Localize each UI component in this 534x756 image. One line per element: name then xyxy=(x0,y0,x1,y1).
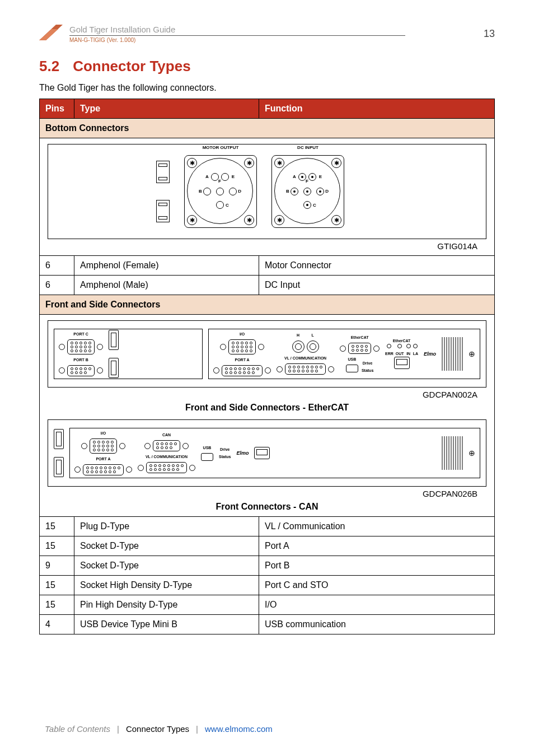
motor-output-connector-icon: ✱✱✱✱ A E B F D C xyxy=(184,155,257,228)
table-row: 15Socket D-TypePort A xyxy=(40,536,495,556)
table-row: 4USB Device Type Mini BUSB communication xyxy=(40,615,495,634)
group-header-front: Front and Side Connectors xyxy=(40,295,495,315)
section-number: 5.2 xyxy=(39,58,59,75)
diagram-caption: Front and Side Connectors - EtherCAT xyxy=(48,400,486,414)
jack-icon xyxy=(54,457,64,477)
dsub-icon xyxy=(340,343,380,354)
dsub-icon xyxy=(81,438,125,454)
diagram-id: GTIG014A xyxy=(48,239,486,252)
diagram-id: GDCPAN026B xyxy=(48,487,486,500)
dc-input-label: DC INPUT xyxy=(271,145,344,150)
usb-icon xyxy=(346,365,358,372)
svg-marker-1 xyxy=(39,29,58,40)
footer-toc[interactable]: Table of Contents xyxy=(45,724,110,734)
jack-icon xyxy=(109,358,119,378)
doc-title: Gold Tiger Installation Guide xyxy=(69,25,405,36)
page-footer: Table of Contents | Connector Types | ww… xyxy=(45,724,495,734)
circular-conn-icon xyxy=(307,340,319,353)
section-heading: 5.2 Connector Types xyxy=(39,58,495,75)
dsub-icon xyxy=(138,462,195,473)
dsub-icon xyxy=(59,339,103,354)
table-row: 15Socket High Density D-TypePort C and S… xyxy=(40,576,495,595)
dsub-icon xyxy=(59,365,103,376)
group-header-bottom: Bottom Connectors xyxy=(40,119,495,138)
bottom-connectors-diagram: MOTOR OUTPUT ✱✱✱✱ A E B F xyxy=(48,144,486,239)
footer-url-link[interactable]: www.elmomc.com xyxy=(205,724,273,734)
th-pins: Pins xyxy=(40,99,74,119)
table-row: 15Plug D-TypeVL / Communication xyxy=(40,517,495,536)
bottom-diagram-cell: MOTOR OUTPUT ✱✱✱✱ A E B F xyxy=(40,138,495,256)
dsub-icon xyxy=(277,363,334,375)
footer-breadcrumb: Connector Types xyxy=(126,724,189,734)
side-jack-icon xyxy=(156,161,170,183)
doc-header: Gold Tiger Installation Guide MAN-G-TIGI… xyxy=(39,25,495,43)
diagram-id: GDCPAN002A xyxy=(48,388,486,400)
section-title: Connector Types xyxy=(73,58,190,75)
side-jack-icon xyxy=(156,200,170,222)
table-row: 15Pin High Density D-TypeI/O xyxy=(40,595,495,615)
table-row: 9Socket D-TypePort B xyxy=(40,556,495,576)
doc-version: MAN-G-TIGIG (Ver. 1.000) xyxy=(69,37,405,43)
page-number: 13 xyxy=(484,28,495,40)
dsub-icon xyxy=(213,365,271,376)
can-panel-diagram: I/O PORT A CAN VL / COMMUNICATION xyxy=(48,419,486,487)
table-row: 6 Amphenol (Female) Motor Connector xyxy=(40,256,495,276)
intro-paragraph: The Gold Tiger has the following connect… xyxy=(39,83,495,93)
jack-icon xyxy=(54,429,64,449)
rj45-icon xyxy=(394,357,410,369)
dsub-icon xyxy=(220,339,264,354)
brand-logo-icon xyxy=(39,25,63,40)
circular-conn-icon xyxy=(292,340,305,353)
dc-input-connector-icon: ✱✱✱✱ A E B F D C xyxy=(271,155,344,228)
elmo-logo-icon: Elmo xyxy=(236,450,249,456)
dsub-icon xyxy=(74,464,132,475)
table-row: 6 Amphenol (Male) DC Input xyxy=(40,276,495,295)
dsub-icon xyxy=(144,440,189,451)
connectors-table: Pins Type Function Bottom Connectors MOT… xyxy=(39,99,495,634)
motor-output-label: MOTOR OUTPUT xyxy=(184,145,257,150)
front-diagram-cell: PORT C PORT B I/O PORT A xyxy=(40,315,495,517)
usb-icon xyxy=(201,453,213,461)
rj45-icon xyxy=(254,447,270,459)
diagram-caption: Front Connectors - CAN xyxy=(48,500,486,513)
ethercat-panel-diagram: PORT C PORT B I/O PORT A xyxy=(48,320,486,388)
th-type: Type xyxy=(74,99,259,119)
th-function: Function xyxy=(259,99,495,119)
elmo-logo-icon: Elmo xyxy=(424,351,436,357)
jack-icon xyxy=(109,330,119,350)
